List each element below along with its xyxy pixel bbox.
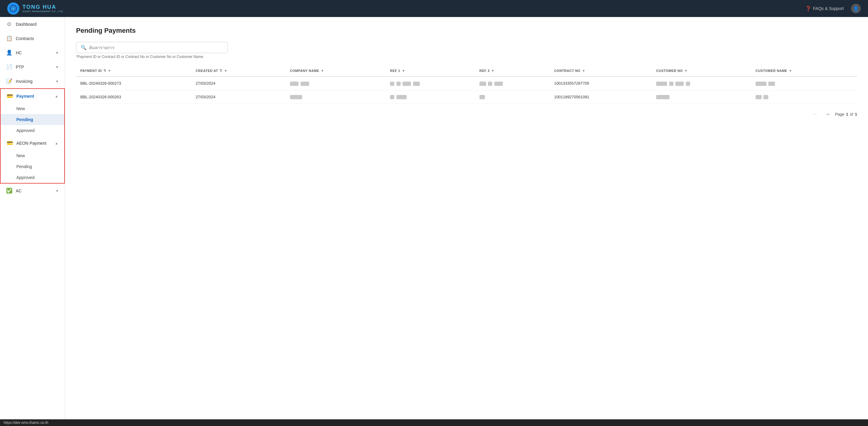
cell-company-name — [286, 77, 386, 90]
table-body: BBL-20240326-000273 27/03/2024 — [76, 77, 857, 104]
sidebar-label-dashboard: Dashboard — [16, 22, 37, 27]
cell-ref2 — [475, 90, 550, 104]
sidebar-item-hc[interactable]: 👤 HC ▼ — [0, 46, 65, 60]
redacted-block — [390, 95, 394, 99]
cell-created-at: 27/03/2024 — [191, 90, 286, 104]
next-page-button[interactable]: → — [823, 110, 832, 119]
sidebar-label-invoicing: Invoicing — [16, 79, 32, 84]
cell-contract-no: 1001333557287705 — [550, 77, 652, 90]
sidebar-label-contracts: Contracts — [16, 36, 34, 41]
ptp-icon: 📄 — [6, 64, 12, 70]
table-row[interactable]: BBL-20240326-000263 27/03/2024 100118927… — [76, 90, 857, 104]
sidebar-item-ac[interactable]: ✅ AC ▼ — [0, 183, 65, 198]
logo-text: TONG HUA ASSET MANAGEMENT CO., LTD. — [23, 4, 64, 13]
filter-icon[interactable]: ▼ — [108, 69, 111, 73]
sort-icon[interactable]: ⇅ — [219, 68, 222, 73]
sidebar-sub-payment-approved[interactable]: Approved — [1, 125, 64, 136]
cell-customer-no — [652, 90, 751, 104]
redacted-block — [755, 95, 762, 99]
col-contract-no: CONTRACT NO ▼ — [550, 65, 652, 77]
filter-icon[interactable]: ▼ — [788, 69, 792, 73]
sidebar-label-aeon-payment: AEON Payment — [17, 141, 46, 146]
sidebar-item-payment[interactable]: 💳 Payment ▲ — [1, 89, 64, 103]
sidebar-label-ptp: PTP — [16, 65, 24, 69]
redacted-block — [290, 82, 299, 86]
redacted-block — [479, 95, 485, 99]
table-row[interactable]: BBL-20240326-000273 27/03/2024 — [76, 77, 857, 90]
support-link[interactable]: ❓ FAQs & Support — [805, 6, 844, 11]
sidebar-item-ptp[interactable]: 📄 PTP ▼ — [0, 60, 65, 74]
sidebar-item-dashboard[interactable]: ⊙ Dashboard — [0, 17, 65, 31]
sidebar-label-payment: Payment — [17, 94, 34, 98]
redacted-block — [301, 82, 309, 86]
redacted-block — [396, 82, 401, 86]
col-ref1: REF 1 ▼ — [386, 65, 475, 77]
redacted-block — [479, 82, 486, 86]
redacted-block — [413, 82, 420, 86]
payment-section: 💳 Payment ▲ New Pending Approved 💳 AEON … — [0, 88, 65, 183]
chevron-up-icon: ▲ — [55, 94, 58, 98]
redacted-block — [675, 82, 684, 86]
col-created-at: CREATED AT ⇅ ▼ — [191, 65, 286, 77]
cell-payment-id: BBL-20240326-000263 — [76, 90, 191, 104]
sidebar-label-ac: AC — [16, 189, 22, 193]
filter-icon[interactable]: ▼ — [582, 69, 585, 73]
payment-icon: 💳 — [7, 93, 13, 99]
search-input[interactable] — [89, 45, 223, 50]
logo: TONG HUA ASSET MANAGEMENT CO., LTD. — [7, 2, 64, 15]
pagination: ← → Page 1 of 1 — [76, 110, 857, 119]
prev-page-button[interactable]: ← — [811, 110, 820, 119]
sort-icon[interactable]: ⇅ — [103, 68, 106, 73]
cell-customer-name — [751, 77, 857, 90]
search-box: 🔍 — [76, 42, 227, 53]
chevron-down-icon: ▼ — [56, 80, 59, 83]
redacted-block — [488, 82, 492, 86]
col-company-name: COMPANY NAME ▼ — [286, 65, 386, 77]
topnav-right: ❓ FAQs & Support 👤 — [805, 4, 861, 13]
chevron-down-icon: ▼ — [56, 65, 59, 69]
cell-ref2 — [475, 77, 550, 90]
sidebar: ⊙ Dashboard 📋 Contracts 👤 HC ▼ 📄 PTP ▼ 📝… — [0, 17, 65, 419]
chevron-up-icon: ▲ — [55, 141, 58, 145]
redacted-block — [402, 82, 411, 86]
chevron-down-icon: ▼ — [56, 189, 59, 193]
logo-icon — [7, 2, 20, 15]
redacted-block — [656, 82, 667, 86]
main-content: Pending Payments 🔍 *Payment ID or Contra… — [65, 17, 868, 419]
filter-icon[interactable]: ▼ — [224, 69, 227, 73]
sidebar-sub-payment-new[interactable]: New — [1, 103, 64, 114]
redacted-block — [686, 82, 690, 86]
col-customer-name: CUSTOMER NAME ▼ — [751, 65, 857, 77]
layout: ⊙ Dashboard 📋 Contracts 👤 HC ▼ 📄 PTP ▼ 📝… — [0, 17, 868, 419]
sidebar-item-contracts[interactable]: 📋 Contracts — [0, 31, 65, 46]
hc-icon: 👤 — [6, 50, 12, 56]
col-ref2: REF 2 ▼ — [475, 65, 550, 77]
sidebar-sub-payment-pending[interactable]: Pending — [1, 114, 64, 125]
redacted-block — [396, 95, 407, 99]
sidebar-sub-aeon-approved[interactable]: Approved — [1, 172, 64, 183]
contracts-icon: 📋 — [6, 35, 12, 41]
ac-icon: ✅ — [6, 188, 12, 194]
col-payment-id: PAYMENT ID ⇅ ▼ — [76, 65, 191, 77]
filter-icon[interactable]: ▼ — [321, 69, 324, 73]
cell-created-at: 27/03/2024 — [191, 77, 286, 90]
sidebar-item-aeon-payment[interactable]: 💳 AEON Payment ▲ — [1, 136, 64, 150]
sidebar-sub-aeon-pending[interactable]: Pending — [1, 161, 64, 172]
filter-icon[interactable]: ▼ — [684, 69, 688, 73]
cell-ref1 — [386, 90, 475, 104]
search-hint: *Payment ID or Contract ID or Contract N… — [76, 55, 857, 59]
sidebar-item-invoicing[interactable]: 📝 Invoicing ▼ — [0, 74, 65, 88]
col-customer-no: CUSTOMER NO ▼ — [652, 65, 751, 77]
user-avatar[interactable]: 👤 — [851, 4, 861, 13]
filter-icon[interactable]: ▼ — [402, 69, 405, 73]
redacted-block — [656, 95, 670, 99]
dashboard-icon: ⊙ — [6, 21, 12, 27]
redacted-block — [755, 82, 767, 86]
cell-company-name — [286, 90, 386, 104]
search-icon: 🔍 — [81, 45, 87, 50]
filter-icon[interactable]: ▼ — [491, 69, 495, 73]
redacted-block — [768, 82, 775, 86]
search-container: 🔍 *Payment ID or Contract ID or Contract… — [76, 42, 857, 59]
cell-customer-name — [751, 90, 857, 104]
sidebar-sub-aeon-new[interactable]: New — [1, 150, 64, 161]
